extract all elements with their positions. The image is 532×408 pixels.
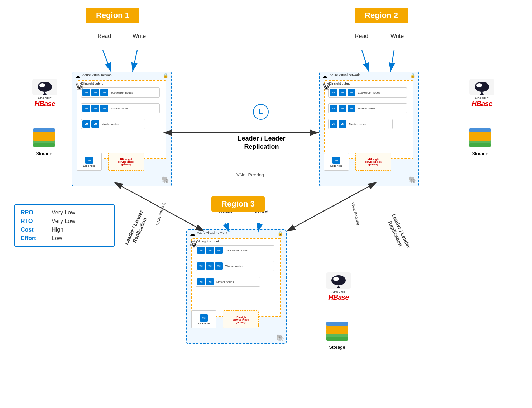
hbase-logo-region2: APACHE HBase <box>466 79 498 108</box>
svg-rect-25 <box>469 136 491 141</box>
worker-label3: Worker nodes <box>225 265 243 268</box>
region2-label: Region 2 <box>355 8 408 23</box>
vm13 <box>339 105 346 112</box>
svg-marker-31 <box>337 285 340 288</box>
svg-point-22 <box>476 83 482 87</box>
write1-label: Write <box>133 33 146 39</box>
svg-rect-19 <box>33 128 55 132</box>
region2-subnet-label: HDInsight subnet <box>327 82 351 85</box>
vm7 <box>82 120 90 128</box>
read2-label: Read <box>355 33 368 39</box>
svg-line-5 <box>133 50 137 72</box>
zookeeper-label3: Zookeeper nodes <box>225 249 248 252</box>
region3-subnet: HDInsight subnet Zookeeper nodes Worker … <box>191 238 281 317</box>
hbase-logo-region3: APACHE HBase <box>322 272 355 301</box>
vm3 <box>100 89 108 96</box>
vnet-peering-center: VNet Peering <box>236 172 264 177</box>
panda-icon1: 🐼 <box>75 82 83 90</box>
region3-zookeeper-row: Zookeeper nodes <box>196 245 274 255</box>
rpo-value: Very Low <box>52 209 75 216</box>
info-box: RPO Very Low RTO Very Low Cost High Effo… <box>14 204 115 247</box>
zookeeper-label: Zookeeper nodes <box>111 91 133 94</box>
zookeeper-label2: Zookeeper nodes <box>358 91 380 94</box>
region1-vnet-label: Azure virtual network <box>82 73 112 77</box>
svg-rect-27 <box>469 128 491 132</box>
region2-gateway: HDInsightservice (Rest)gateway <box>355 153 391 171</box>
master-label3: Master nodes <box>216 280 234 284</box>
svg-rect-20 <box>33 143 55 147</box>
worker-label: Worker nodes <box>111 107 129 110</box>
rto-key: RTO <box>21 218 46 224</box>
svg-marker-15 <box>43 92 47 95</box>
svg-line-6 <box>362 50 369 72</box>
region3-vnet-label: Azure virtual network <box>197 231 227 234</box>
svg-point-13 <box>38 82 52 92</box>
rpo-row: RPO Very Low <box>21 209 108 216</box>
hadoop-icon1: 🐘 <box>162 176 169 184</box>
svg-rect-17 <box>33 136 55 141</box>
cost-row: Cost High <box>21 227 108 233</box>
vm18 <box>206 247 214 254</box>
vm5 <box>91 105 99 112</box>
region3-master-row: Master nodes <box>196 277 260 287</box>
vm16 <box>339 120 346 128</box>
svg-rect-18 <box>33 131 55 136</box>
storage-region1: Storage <box>32 125 57 156</box>
region2-subnet: HDInsight subnet Zookeeper nodes Worker … <box>324 80 413 159</box>
hadoop-icon3: 🐘 <box>276 334 284 342</box>
vm17 <box>197 247 205 254</box>
edge-vm3 <box>200 314 208 322</box>
rto-value: Very Low <box>52 218 75 224</box>
vm20 <box>197 262 205 270</box>
svg-rect-26 <box>469 131 491 136</box>
vm12 <box>330 105 337 112</box>
region3-vnet: Azure virtual network ☁ 🔒 HDInsight subn… <box>186 229 287 344</box>
vm24 <box>206 278 214 285</box>
edge-vm2 <box>332 157 340 164</box>
vm4 <box>82 105 90 112</box>
vm2 <box>91 89 99 96</box>
panda-icon2: 🐼 <box>322 82 330 90</box>
region2-vnet-label: Azure virtual network <box>330 73 360 77</box>
master-label2: Master nodes <box>349 123 366 126</box>
region1-vnet: Azure virtual network ☁ 🔒 HDInsight subn… <box>72 72 172 186</box>
vm6 <box>100 105 108 112</box>
vm15 <box>330 120 337 128</box>
region2-edge-node: Edge node <box>324 153 349 171</box>
vm19 <box>215 247 223 254</box>
region1-gateway: HDInsightservice (Rest)gateway <box>108 153 144 171</box>
svg-point-29 <box>331 275 346 285</box>
read1-label: Read <box>97 33 111 39</box>
storage-label3: Storage <box>325 345 350 350</box>
effort-value: Low <box>52 235 62 242</box>
storage-region2: Storage <box>468 125 493 156</box>
region1-subnet: HDInsight subnet Zookeeper nodes Worker … <box>77 80 166 159</box>
region3-label: Region 3 <box>211 196 265 212</box>
region3-subnet-label: HDInsight subnet <box>194 239 219 243</box>
write2-label: Write <box>390 33 404 39</box>
svg-rect-28 <box>469 143 491 147</box>
vnet-peering-right: VNet Peering <box>350 202 361 226</box>
svg-point-14 <box>39 83 45 87</box>
region3-gateway: HDInsightservice (Rest)gateway <box>223 310 259 328</box>
svg-rect-35 <box>326 322 348 326</box>
svg-rect-33 <box>326 329 348 334</box>
svg-line-4 <box>103 50 111 72</box>
storage-label2: Storage <box>468 151 493 156</box>
storage-region3: Storage <box>325 319 350 350</box>
vnet-peering-left: VNet Peering <box>155 202 166 226</box>
worker-label2: Worker nodes <box>358 107 376 110</box>
arrows-svg <box>0 0 532 408</box>
vm11 <box>348 89 355 96</box>
svg-point-21 <box>475 82 489 92</box>
hbase-logo-region1: APACHE HBase <box>29 79 61 108</box>
svg-rect-36 <box>326 337 348 341</box>
leader-replication-center: Leader / LeaderReplication <box>226 134 297 151</box>
region2-master-row: Master nodes <box>328 119 393 129</box>
panda-icon3: 🐼 <box>190 240 198 248</box>
region3-worker-row: Worker nodes <box>196 261 274 271</box>
svg-line-7 <box>390 50 394 72</box>
leader-replication-left: Leader / LeaderReplication <box>123 209 150 248</box>
master-label: Master nodes <box>102 123 119 126</box>
vm21 <box>206 262 214 270</box>
